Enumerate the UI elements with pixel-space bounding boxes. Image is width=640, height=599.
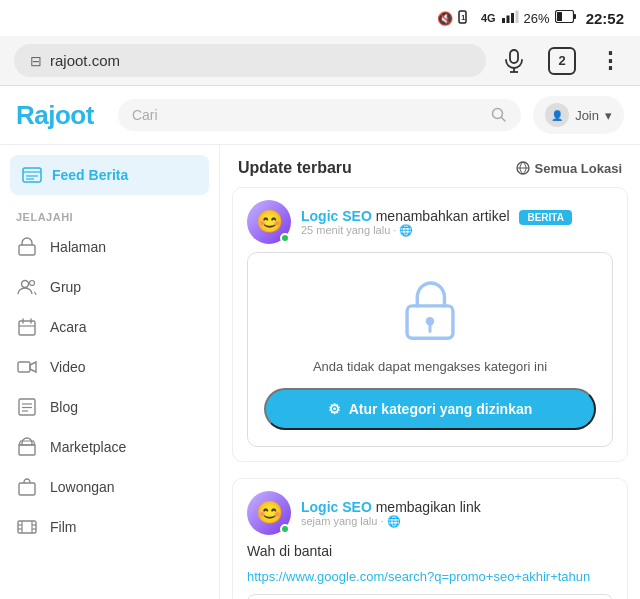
sidebar-item-grup[interactable]: Grup (0, 267, 219, 307)
svg-rect-30 (19, 445, 35, 455)
video-label: Video (50, 359, 86, 375)
svg-rect-4 (511, 13, 514, 23)
svg-rect-5 (515, 10, 518, 23)
marketplace-icon (16, 436, 38, 458)
post-2-link-anchor[interactable]: https://www.google.com/search?q=promo+se… (247, 569, 590, 584)
main-content: Update terbaru Semua Lokasi 😊 Logic SEO (220, 145, 640, 599)
acara-icon (16, 316, 38, 338)
lock-message: Anda tidak dapat mengakses kategori ini (313, 359, 547, 374)
status-time: 22:52 (586, 10, 624, 27)
location-label: Semua Lokasi (535, 161, 622, 176)
sidebar-item-video[interactable]: Video (0, 347, 219, 387)
tab-count-icon[interactable]: 2 (546, 45, 578, 77)
body-layout: Feed Berita JELAJAHI Halaman Grup Acar (0, 145, 640, 599)
svg-rect-3 (506, 15, 509, 23)
post-1-time: 25 menit yang lalu · 🌐 (301, 224, 613, 237)
author-name-1: Logic SEO (301, 208, 372, 224)
app-logo: Rajoot (16, 100, 94, 131)
microphone-icon[interactable] (498, 45, 530, 77)
svg-point-20 (30, 281, 35, 286)
status-icons: 🔇 1 4G 26% 22:52 (437, 10, 624, 27)
location-filter[interactable]: Semua Lokasi (516, 161, 622, 176)
sidebar-item-marketplace[interactable]: Marketplace (0, 427, 219, 467)
grup-label: Grup (50, 279, 81, 295)
join-label: Join (575, 108, 599, 123)
top-nav: Rajoot Cari 👤 Join ▾ (0, 86, 640, 145)
join-arrow: ▾ (605, 108, 612, 123)
sidebar-item-lowongan[interactable]: Lowongan (0, 467, 219, 507)
browser-bar: ⊟ rajoot.com 2 ⋮ (0, 36, 640, 86)
post-1-meta: Logic SEO menambahkan artikel BERITA 25 … (301, 208, 613, 237)
svg-rect-32 (18, 521, 36, 533)
post-2-action: membagikan link (376, 499, 481, 515)
sidebar: Feed Berita JELAJAHI Halaman Grup Acar (0, 145, 220, 599)
post-1-author: Logic SEO menambahkan artikel BERITA (301, 208, 613, 224)
more-options-icon[interactable]: ⋮ (594, 45, 626, 77)
battery-icon (555, 10, 577, 26)
svg-rect-21 (19, 321, 35, 335)
post-2-link[interactable]: https://www.google.com/search?q=promo+se… (233, 569, 627, 584)
online-indicator-2 (280, 524, 290, 534)
svg-rect-9 (510, 50, 518, 63)
svg-rect-18 (19, 245, 35, 255)
url-text: rajoot.com (50, 52, 120, 69)
svg-line-13 (502, 118, 506, 122)
halaman-icon (16, 236, 38, 258)
svg-rect-7 (557, 12, 562, 21)
post-1-header: 😊 Logic SEO menambahkan artikel BERITA 2… (233, 188, 627, 252)
blog-icon (16, 396, 38, 418)
sidebar-item-acara[interactable]: Acara (0, 307, 219, 347)
halaman-label: Halaman (50, 239, 106, 255)
svg-rect-2 (502, 18, 505, 23)
film-label: Film (50, 519, 76, 535)
berita-badge: BERITA (519, 210, 571, 225)
post-2-meta: Logic SEO membagikan link sejam yang lal… (301, 499, 613, 528)
post-2-time: sejam yang lalu · 🌐 (301, 515, 613, 528)
feed-berita-button[interactable]: Feed Berita (10, 155, 209, 195)
svg-text:1: 1 (461, 14, 465, 21)
atur-kategori-button[interactable]: ⚙ Atur kategori yang dizinkan (264, 388, 596, 430)
sidebar-item-film[interactable]: Film (0, 507, 219, 547)
feed-label: Feed Berita (52, 167, 128, 183)
author-name-2: Logic SEO (301, 499, 372, 515)
svg-rect-25 (18, 362, 30, 372)
lowongan-icon (16, 476, 38, 498)
post-2-avatar: 😊 (247, 491, 291, 535)
atur-icon: ⚙ (328, 401, 341, 417)
tab-number: 2 (548, 47, 576, 75)
video-icon (16, 356, 38, 378)
online-indicator (280, 233, 290, 243)
search-placeholder: Cari (132, 107, 158, 123)
post-card-2: 😊 Logic SEO membagikan link sejam yang l… (232, 478, 628, 599)
marketplace-label: Marketplace (50, 439, 126, 455)
post-1-avatar: 😊 (247, 200, 291, 244)
lock-box: Anda tidak dapat mengakses kategori ini … (247, 252, 613, 447)
blog-label: Blog (50, 399, 78, 415)
post-1-action: menambahkan artikel (376, 208, 510, 224)
sidebar-item-blog[interactable]: Blog (0, 387, 219, 427)
grup-icon (16, 276, 38, 298)
svg-rect-8 (573, 14, 576, 19)
status-bar: 🔇 1 4G 26% 22:52 (0, 0, 640, 36)
svg-rect-14 (23, 168, 41, 182)
link-preview[interactable]: promo seo akhir tahun - Google Search (247, 594, 613, 599)
mute-icon: 🔇 (437, 11, 453, 26)
svg-point-19 (22, 281, 29, 288)
url-bar[interactable]: ⊟ rajoot.com (14, 44, 486, 77)
browser-icons: 2 ⋮ (498, 45, 626, 77)
app-container: Rajoot Cari 👤 Join ▾ Feed Berita JELAJAH… (0, 86, 640, 599)
search-bar[interactable]: Cari (118, 99, 521, 131)
join-button[interactable]: 👤 Join ▾ (533, 96, 624, 134)
url-prefix-icon: ⊟ (30, 53, 42, 69)
post-2-header: 😊 Logic SEO membagikan link sejam yang l… (233, 479, 627, 543)
svg-rect-31 (19, 483, 35, 495)
post-2-text: Wah di bantai (233, 543, 627, 569)
signal-4g: 4G (481, 12, 496, 24)
sim-icon: 1 (458, 10, 476, 27)
film-icon (16, 516, 38, 538)
lock-icon (396, 277, 464, 345)
sidebar-item-halaman[interactable]: Halaman (0, 227, 219, 267)
content-header: Update terbaru Semua Lokasi (220, 145, 640, 187)
acara-label: Acara (50, 319, 87, 335)
battery-percent: 26% (524, 11, 550, 26)
